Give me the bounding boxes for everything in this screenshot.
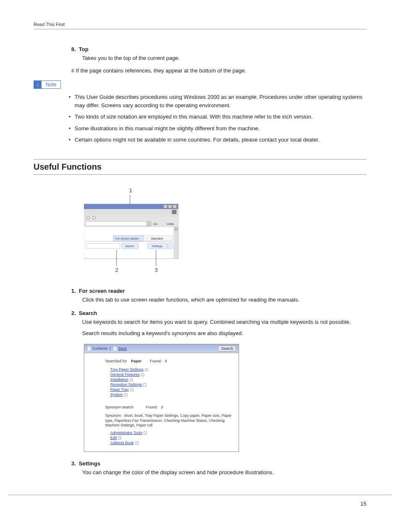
- note-item: This User Guide describes procedures usi…: [68, 93, 366, 109]
- svg-rect-16: [84, 227, 174, 258]
- list-item-2: 2. Search Use keywords to search for ite…: [71, 310, 366, 338]
- callout-1: 1: [129, 187, 132, 194]
- figure-useful-functions: 1 Go Links: [84, 187, 366, 275]
- svg-rect-6: [84, 209, 178, 215]
- found-label: Found:: [150, 359, 162, 363]
- synonym-search-label: Synonym search: [105, 405, 133, 409]
- item-body: Takes you to the top of the current page…: [71, 54, 366, 62]
- note-item: Two kinds of size notation are employed …: [68, 113, 366, 121]
- svg-rect-25: [168, 243, 173, 249]
- item-title: For screen reader: [79, 288, 125, 294]
- search-result-link[interactable]: Administrator Tools: [110, 431, 142, 435]
- contents-button[interactable]: 📄 Contents: [87, 346, 108, 351]
- svg-rect-7: [172, 210, 177, 214]
- svg-rect-3: [164, 205, 167, 208]
- item-number: 8.: [71, 46, 76, 52]
- note-label: Note: [42, 82, 60, 88]
- down-arrow-icon: ↓: [34, 81, 42, 88]
- searched-for-label: Searched for: [105, 359, 127, 363]
- found-count: 6: [165, 359, 167, 363]
- search-result-link[interactable]: Edit: [110, 436, 117, 440]
- tab-screen-reader: For screen reader: [115, 237, 139, 240]
- item-number: 2.: [71, 310, 76, 316]
- item-body: Use keywords to search for items you wan…: [71, 318, 366, 338]
- page-number: 15: [361, 501, 366, 507]
- settings-button: Settings: [152, 245, 163, 248]
- svg-rect-8: [84, 215, 178, 221]
- svg-rect-4: [168, 205, 172, 208]
- svg-text:Go: Go: [153, 222, 157, 225]
- svg-rect-12: [86, 222, 151, 226]
- back-button[interactable]: 📄 Back: [113, 346, 127, 351]
- callout-2: 2: [115, 267, 118, 273]
- search-result-link[interactable]: System: [110, 393, 123, 397]
- item-number: 3.: [71, 460, 76, 467]
- found-count: 3: [161, 405, 163, 409]
- svg-text:Links: Links: [167, 222, 174, 225]
- search-result-link[interactable]: Paper Tray: [110, 387, 129, 392]
- note-badge: ↓ Note: [34, 80, 61, 89]
- note-item: Some illustrations in this manual might …: [68, 124, 366, 133]
- item-body: Click this tab to use screen reader func…: [71, 296, 366, 305]
- item-number: 1.: [71, 288, 76, 294]
- item-body: You can change the color of the display …: [71, 468, 366, 477]
- svg-rect-22: [86, 243, 120, 248]
- search-result-link[interactable]: Reception Settings: [110, 382, 142, 387]
- figure-search-results: 📄 Contents | 📄 Back Search Searched for …: [84, 344, 239, 452]
- search-result-link[interactable]: General Features: [110, 372, 140, 377]
- search-result-link[interactable]: Installation: [110, 377, 128, 382]
- synonym-text: Synonym : short, book, Tray Paper Settin…: [105, 413, 233, 428]
- item-title: Settings: [79, 460, 100, 467]
- footer-divider: [8, 495, 392, 495]
- item-title: Search: [79, 310, 97, 316]
- search-result-link[interactable]: Tray Paper Settings: [110, 367, 143, 372]
- search-keyword: Paper: [131, 359, 142, 363]
- note-item: Certain options might not be available i…: [68, 136, 366, 144]
- found-label: Found:: [146, 405, 158, 409]
- tab-standard: Standard: [151, 237, 163, 240]
- svg-rect-18: [174, 227, 178, 231]
- callout-3: 3: [155, 267, 158, 273]
- list-item-1: 1. For screen reader Click this tab to u…: [71, 288, 366, 305]
- reference-note: # If the page contains references, they …: [71, 67, 366, 75]
- search-button: Search: [125, 245, 134, 248]
- svg-rect-17: [174, 227, 178, 258]
- section-title: Useful Functions: [34, 159, 366, 175]
- list-item-3: 3. Settings You can change the color of …: [71, 460, 366, 477]
- page-header: Read This First: [34, 22, 65, 27]
- search-result-link[interactable]: Address Book: [110, 441, 134, 445]
- svg-rect-13: [147, 222, 151, 226]
- list-item-8: 8. Top Takes you to the top of the curre…: [71, 46, 366, 62]
- item-title: Top: [79, 46, 88, 52]
- svg-rect-5: [173, 205, 177, 208]
- notes-list: This User Guide describes procedures usi…: [68, 93, 366, 144]
- search-button[interactable]: Search: [218, 346, 236, 351]
